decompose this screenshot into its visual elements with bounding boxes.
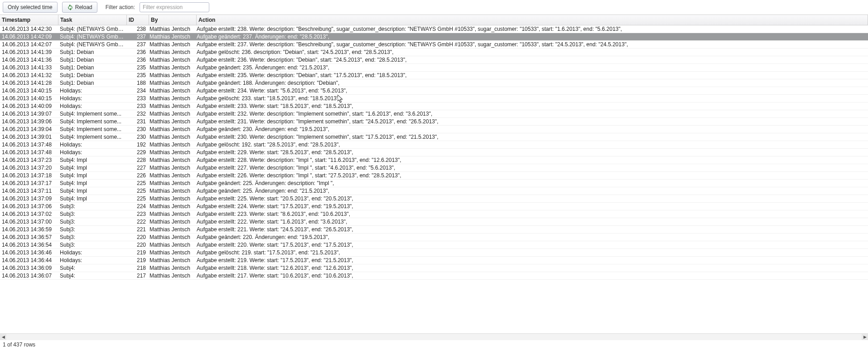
cell-id: 235 xyxy=(126,72,148,79)
cell-by: Matthias Jentsch xyxy=(148,249,195,256)
cell-id: 188 xyxy=(126,79,148,87)
status-bar: 1 of 437 rows xyxy=(0,340,868,349)
cell-action: Aufgabe erstellt: 235. Werte: descriptio… xyxy=(195,72,868,79)
table-row[interactable]: 14.06.2013 14:39:04Subj4: Implement some… xyxy=(0,126,868,133)
cell-id: 226 xyxy=(126,172,148,179)
table-row[interactable]: 14.06.2013 14:37:02Subj3:223Matthias Jen… xyxy=(0,210,868,218)
cell-id: 233 xyxy=(126,102,148,110)
table-row[interactable]: 14.06.2013 14:40:15Holidays:234Matthias … xyxy=(0,87,868,95)
cell-by: Matthias Jentsch xyxy=(148,226,195,233)
table-row[interactable]: 14.06.2013 14:37:17Subj4: Impl225Matthia… xyxy=(0,180,868,187)
cell-by: Matthias Jentsch xyxy=(148,95,195,102)
column-header-id[interactable]: ID xyxy=(127,15,149,25)
column-header-action[interactable]: Action xyxy=(197,15,868,25)
cell-action: Aufgabe gelöscht: 236. description: "Deb… xyxy=(195,49,868,56)
cell-task: Subj4: (NETWAYS GmbH... xyxy=(58,25,126,33)
cell-by: Matthias Jentsch xyxy=(148,241,195,249)
column-header-task[interactable]: Task xyxy=(58,15,127,25)
table-row[interactable]: 14.06.2013 14:39:07Subj4: Implement some… xyxy=(0,110,868,118)
table-row[interactable]: 14.06.2013 14:41:28Subj1: Debian188Matth… xyxy=(0,79,868,87)
cell-id: 227 xyxy=(126,164,148,171)
cell-id: 230 xyxy=(126,126,148,133)
table-row[interactable]: 14.06.2013 14:39:01Subj4: Implement some… xyxy=(0,133,868,141)
cell-task: Subj1: Debian xyxy=(58,72,126,79)
horizontal-scrollbar[interactable]: ◀ ▶ xyxy=(0,333,868,340)
scroll-right-icon[interactable]: ▶ xyxy=(862,334,868,340)
cell-task: Subj1: Debian xyxy=(58,49,126,56)
table-row[interactable]: 14.06.2013 14:41:36Subj1: Debian236Matth… xyxy=(0,56,868,64)
table-row[interactable]: 14.06.2013 14:37:09Subj4: Impl225Matthia… xyxy=(0,195,868,203)
cell-timestamp: 14.06.2013 14:36:57 xyxy=(0,234,58,241)
cell-action: Aufgabe geändert: 225. Änderungen: end: … xyxy=(195,187,868,195)
cell-timestamp: 14.06.2013 14:36:59 xyxy=(0,226,58,233)
table-row[interactable]: 14.06.2013 14:37:00Subj3:222Matthias Jen… xyxy=(0,218,868,226)
table-row[interactable]: 14.06.2013 14:37:48Holidays:192Matthias … xyxy=(0,141,868,149)
cell-timestamp: 14.06.2013 14:37:18 xyxy=(0,172,58,179)
cell-by: Matthias Jentsch xyxy=(148,118,195,125)
column-header-timestamp[interactable]: Timestamp xyxy=(0,15,58,25)
cell-id: 220 xyxy=(126,241,148,249)
cell-timestamp: 14.06.2013 14:40:15 xyxy=(0,87,58,94)
cell-by: Matthias Jentsch xyxy=(148,102,195,110)
table-row[interactable]: 14.06.2013 14:40:09Holidays:233Matthias … xyxy=(0,102,868,110)
cell-by: Matthias Jentsch xyxy=(148,72,195,79)
cell-id: 192 xyxy=(126,141,148,148)
cell-action: Aufgabe erstellt: 231. Werte: descriptio… xyxy=(195,118,868,125)
cell-timestamp: 14.06.2013 14:37:20 xyxy=(0,164,58,171)
cell-action: Aufgabe erstellt: 233. Werte: start: "18… xyxy=(195,102,868,110)
cell-id: 225 xyxy=(126,187,148,195)
cell-by: Matthias Jentsch xyxy=(148,141,195,148)
cell-task: Subj4: Implement some... xyxy=(58,118,126,125)
table-row[interactable]: 14.06.2013 14:40:15Holidays:233Matthias … xyxy=(0,95,868,102)
reload-label: Reload xyxy=(75,4,92,11)
cell-by: Matthias Jentsch xyxy=(148,25,195,33)
filter-action-input[interactable] xyxy=(140,2,209,12)
cell-by: Matthias Jentsch xyxy=(148,56,195,63)
table-row[interactable]: 14.06.2013 14:36:09Subj4:218Matthias Jen… xyxy=(0,264,868,272)
table-row[interactable]: 14.06.2013 14:37:11Subj4: Impl225Matthia… xyxy=(0,187,868,195)
scroll-left-icon[interactable]: ◀ xyxy=(0,334,6,340)
cell-task: Subj4: Impl xyxy=(58,156,126,164)
cell-timestamp: 14.06.2013 14:41:36 xyxy=(0,56,58,63)
grid-body[interactable]: 14.06.2013 14:42:30Subj4: (NETWAYS GmbH.… xyxy=(0,25,868,333)
cell-task: Subj1: Debian xyxy=(58,56,126,63)
table-row[interactable]: 14.06.2013 14:41:32Subj1: Debian235Matth… xyxy=(0,72,868,79)
table-row[interactable]: 14.06.2013 14:42:07Subj4: (NETWAYS GmbH.… xyxy=(0,41,868,49)
table-row[interactable]: 14.06.2013 14:37:18Subj4: Impl226Matthia… xyxy=(0,172,868,180)
table-row[interactable]: 14.06.2013 14:36:44Holidays:219Matthias … xyxy=(0,257,868,264)
table-row[interactable]: 14.06.2013 14:37:23Subj4: Impl228Matthia… xyxy=(0,156,868,164)
cell-timestamp: 14.06.2013 14:37:09 xyxy=(0,195,58,202)
cell-by: Matthias Jentsch xyxy=(148,203,195,210)
cell-by: Matthias Jentsch xyxy=(148,218,195,225)
cell-id: 231 xyxy=(126,118,148,125)
cell-id: 237 xyxy=(126,33,148,40)
table-row[interactable]: 14.06.2013 14:36:07Subj4:217Matthias Jen… xyxy=(0,272,868,280)
cell-id: 228 xyxy=(126,156,148,164)
cell-id: 224 xyxy=(126,203,148,210)
reload-button[interactable]: Reload xyxy=(62,2,97,13)
table-row[interactable]: 14.06.2013 14:37:20Subj4: Impl227Matthia… xyxy=(0,164,868,172)
table-row[interactable]: 14.06.2013 14:39:06Subj4: Implement some… xyxy=(0,118,868,126)
table-row[interactable]: 14.06.2013 14:42:09Subj4: (NETWAYS GmbH.… xyxy=(0,33,868,41)
column-header-by[interactable]: By xyxy=(149,15,197,25)
cell-action: Aufgabe erstellt: 222. Werte: start: "1.… xyxy=(195,218,868,225)
table-row[interactable]: 14.06.2013 14:36:46Holidays:219Matthias … xyxy=(0,249,868,257)
table-row[interactable]: 14.06.2013 14:37:48Holidays:229Matthias … xyxy=(0,149,868,156)
table-row[interactable]: 14.06.2013 14:41:39Subj1: Debian236Matth… xyxy=(0,49,868,56)
table-row[interactable]: 14.06.2013 14:36:57Subj3:220Matthias Jen… xyxy=(0,234,868,241)
cell-timestamp: 14.06.2013 14:39:04 xyxy=(0,126,58,133)
cell-by: Matthias Jentsch xyxy=(148,110,195,117)
table-row[interactable]: 14.06.2013 14:42:30Subj4: (NETWAYS GmbH.… xyxy=(0,25,868,33)
cell-timestamp: 14.06.2013 14:39:01 xyxy=(0,133,58,141)
scroll-track[interactable] xyxy=(6,334,862,340)
table-row[interactable]: 14.06.2013 14:36:54Subj3:220Matthias Jen… xyxy=(0,241,868,249)
table-row[interactable]: 14.06.2013 14:36:59Subj3:221Matthias Jen… xyxy=(0,226,868,234)
cell-action: Aufgabe geändert: 230. Änderungen: end: … xyxy=(195,126,868,133)
cell-action: Aufgabe erstellt: 224. Werte: start: "17… xyxy=(195,203,868,210)
cell-task: Subj4: xyxy=(58,264,126,272)
only-selected-time-button[interactable]: Only selected time xyxy=(3,2,58,13)
table-row[interactable]: 14.06.2013 14:37:06Subj3:224Matthias Jen… xyxy=(0,203,868,210)
table-row[interactable]: 14.06.2013 14:41:33Subj1: Debian235Matth… xyxy=(0,64,868,72)
cell-timestamp: 14.06.2013 14:37:06 xyxy=(0,203,58,210)
cell-task: Subj4: Impl xyxy=(58,195,126,202)
